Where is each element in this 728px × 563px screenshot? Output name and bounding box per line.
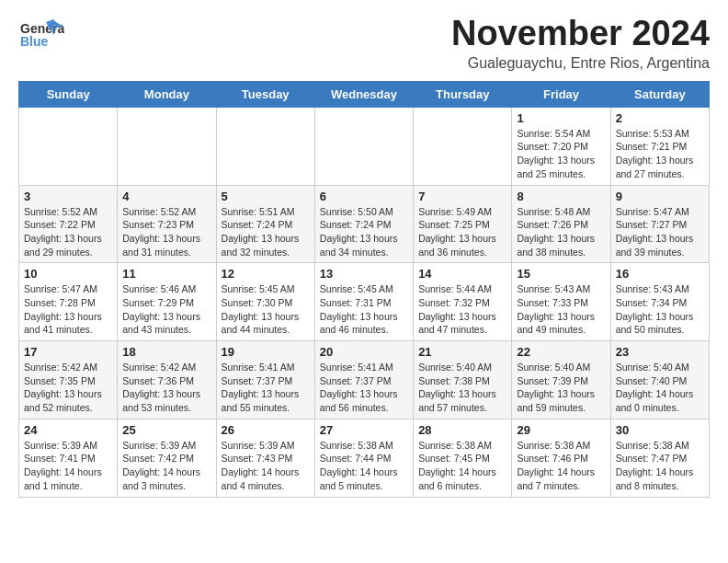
day-number: 5 [222, 190, 310, 203]
day-info: Sunrise: 5:48 AMSunset: 7:26 PMDaylight:… [517, 205, 605, 259]
calendar-cell: 5Sunrise: 5:51 AMSunset: 7:24 PMDaylight… [216, 185, 314, 263]
day-number: 14 [418, 267, 506, 281]
day-info: Sunrise: 5:38 AMSunset: 7:44 PMDaylight:… [320, 439, 408, 493]
day-info: Sunrise: 5:38 AMSunset: 7:45 PMDaylight:… [418, 439, 506, 493]
calendar-cell: 30Sunrise: 5:38 AMSunset: 7:47 PMDayligh… [610, 419, 709, 497]
day-number: 30 [616, 423, 704, 437]
calendar-cell: 4Sunrise: 5:52 AMSunset: 7:23 PMDaylight… [118, 185, 216, 263]
day-number: 27 [320, 423, 408, 437]
day-info: Sunrise: 5:46 AMSunset: 7:29 PMDaylight:… [122, 282, 210, 337]
day-number: 18 [122, 345, 210, 359]
day-number: 10 [24, 267, 112, 281]
column-header-tuesday: Tuesday [216, 81, 314, 107]
calendar-cell [216, 107, 314, 185]
day-info: Sunrise: 5:39 AMSunset: 7:42 PMDaylight:… [122, 439, 210, 493]
day-info: Sunrise: 5:45 AMSunset: 7:30 PMDaylight:… [222, 282, 310, 337]
day-info: Sunrise: 5:43 AMSunset: 7:33 PMDaylight:… [517, 282, 605, 337]
day-info: Sunrise: 5:44 AMSunset: 7:32 PMDaylight:… [418, 282, 506, 337]
calendar-table: SundayMondayTuesdayWednesdayThursdayFrid… [18, 81, 710, 498]
column-header-sunday: Sunday [19, 81, 118, 107]
calendar-cell: 3Sunrise: 5:52 AMSunset: 7:22 PMDaylight… [19, 185, 118, 263]
column-header-saturday: Saturday [610, 81, 709, 107]
calendar-cell: 1Sunrise: 5:54 AMSunset: 7:20 PMDaylight… [512, 107, 610, 185]
location-subtitle: Gualeguaychu, Entre Rios, Argentina [451, 55, 710, 72]
calendar-cell: 23Sunrise: 5:40 AMSunset: 7:40 PMDayligh… [610, 341, 709, 419]
day-number: 13 [320, 267, 408, 281]
logo: General Blue [18, 15, 64, 60]
calendar-cell [414, 107, 512, 185]
day-number: 25 [122, 423, 210, 437]
calendar-cell: 7Sunrise: 5:49 AMSunset: 7:25 PMDaylight… [414, 185, 512, 263]
calendar-cell: 11Sunrise: 5:46 AMSunset: 7:29 PMDayligh… [118, 263, 216, 341]
calendar-cell: 20Sunrise: 5:41 AMSunset: 7:37 PMDayligh… [314, 341, 413, 419]
calendar-cell: 25Sunrise: 5:39 AMSunset: 7:42 PMDayligh… [118, 419, 216, 497]
day-number: 24 [24, 423, 112, 437]
day-info: Sunrise: 5:40 AMSunset: 7:38 PMDaylight:… [418, 361, 506, 415]
calendar-cell: 8Sunrise: 5:48 AMSunset: 7:26 PMDaylight… [512, 185, 610, 263]
column-header-wednesday: Wednesday [314, 81, 413, 107]
calendar-cell: 9Sunrise: 5:47 AMSunset: 7:27 PMDaylight… [610, 185, 709, 263]
day-number: 4 [122, 190, 210, 203]
day-number: 7 [418, 190, 506, 203]
calendar-cell: 13Sunrise: 5:45 AMSunset: 7:31 PMDayligh… [314, 263, 413, 341]
day-info: Sunrise: 5:53 AMSunset: 7:21 PMDaylight:… [616, 127, 704, 181]
calendar-header-row: SundayMondayTuesdayWednesdayThursdayFrid… [19, 81, 710, 107]
day-info: Sunrise: 5:42 AMSunset: 7:35 PMDaylight:… [24, 361, 112, 415]
calendar-cell: 17Sunrise: 5:42 AMSunset: 7:35 PMDayligh… [19, 341, 118, 419]
calendar-cell: 19Sunrise: 5:41 AMSunset: 7:37 PMDayligh… [216, 341, 314, 419]
calendar-cell: 16Sunrise: 5:43 AMSunset: 7:34 PMDayligh… [610, 263, 709, 341]
day-number: 23 [616, 345, 704, 359]
svg-text:Blue: Blue [20, 34, 49, 49]
day-info: Sunrise: 5:39 AMSunset: 7:43 PMDaylight:… [222, 439, 310, 493]
day-number: 17 [24, 345, 112, 359]
day-number: 15 [517, 267, 605, 281]
week-row-4: 17Sunrise: 5:42 AMSunset: 7:35 PMDayligh… [19, 341, 710, 419]
day-number: 3 [24, 190, 112, 203]
day-number: 28 [418, 423, 506, 437]
column-header-monday: Monday [118, 81, 216, 107]
day-number: 11 [122, 267, 210, 281]
day-info: Sunrise: 5:47 AMSunset: 7:28 PMDaylight:… [24, 282, 112, 337]
calendar-cell: 2Sunrise: 5:53 AMSunset: 7:21 PMDaylight… [610, 107, 709, 185]
day-info: Sunrise: 5:38 AMSunset: 7:47 PMDaylight:… [616, 439, 704, 493]
day-number: 29 [517, 423, 605, 437]
calendar-cell: 29Sunrise: 5:38 AMSunset: 7:46 PMDayligh… [512, 419, 610, 497]
day-info: Sunrise: 5:47 AMSunset: 7:27 PMDaylight:… [616, 205, 704, 259]
calendar-cell: 21Sunrise: 5:40 AMSunset: 7:38 PMDayligh… [414, 341, 512, 419]
day-info: Sunrise: 5:54 AMSunset: 7:20 PMDaylight:… [517, 127, 605, 181]
column-header-thursday: Thursday [414, 81, 512, 107]
calendar-cell: 18Sunrise: 5:42 AMSunset: 7:36 PMDayligh… [118, 341, 216, 419]
calendar-cell: 24Sunrise: 5:39 AMSunset: 7:41 PMDayligh… [19, 419, 118, 497]
day-info: Sunrise: 5:50 AMSunset: 7:24 PMDaylight:… [320, 205, 408, 259]
day-info: Sunrise: 5:40 AMSunset: 7:39 PMDaylight:… [517, 361, 605, 415]
day-info: Sunrise: 5:38 AMSunset: 7:46 PMDaylight:… [517, 439, 605, 493]
column-header-friday: Friday [512, 81, 610, 107]
day-info: Sunrise: 5:43 AMSunset: 7:34 PMDaylight:… [616, 282, 704, 337]
day-number: 19 [222, 345, 310, 359]
day-number: 2 [616, 111, 704, 125]
calendar-cell: 6Sunrise: 5:50 AMSunset: 7:24 PMDaylight… [314, 185, 413, 263]
day-info: Sunrise: 5:39 AMSunset: 7:41 PMDaylight:… [24, 439, 112, 493]
day-info: Sunrise: 5:52 AMSunset: 7:23 PMDaylight:… [122, 205, 210, 259]
day-info: Sunrise: 5:52 AMSunset: 7:22 PMDaylight:… [24, 205, 112, 259]
week-row-3: 10Sunrise: 5:47 AMSunset: 7:28 PMDayligh… [19, 263, 710, 341]
day-number: 16 [616, 267, 704, 281]
calendar-cell [314, 107, 413, 185]
calendar-cell [19, 107, 118, 185]
week-row-1: 1Sunrise: 5:54 AMSunset: 7:20 PMDaylight… [19, 107, 710, 185]
day-info: Sunrise: 5:41 AMSunset: 7:37 PMDaylight:… [320, 361, 408, 415]
calendar-cell: 14Sunrise: 5:44 AMSunset: 7:32 PMDayligh… [414, 263, 512, 341]
week-row-2: 3Sunrise: 5:52 AMSunset: 7:22 PMDaylight… [19, 185, 710, 263]
day-info: Sunrise: 5:49 AMSunset: 7:25 PMDaylight:… [418, 205, 506, 259]
calendar-cell: 15Sunrise: 5:43 AMSunset: 7:33 PMDayligh… [512, 263, 610, 341]
day-info: Sunrise: 5:41 AMSunset: 7:37 PMDaylight:… [222, 361, 310, 415]
page-header: General Blue November 2024 Gualeguaychu,… [18, 15, 710, 72]
month-title: November 2024 [451, 15, 710, 53]
day-info: Sunrise: 5:42 AMSunset: 7:36 PMDaylight:… [122, 361, 210, 415]
day-number: 1 [517, 111, 605, 125]
calendar-cell: 26Sunrise: 5:39 AMSunset: 7:43 PMDayligh… [216, 419, 314, 497]
day-number: 12 [222, 267, 310, 281]
calendar-cell: 27Sunrise: 5:38 AMSunset: 7:44 PMDayligh… [314, 419, 413, 497]
day-number: 21 [418, 345, 506, 359]
logo-icon: General Blue [18, 15, 64, 60]
